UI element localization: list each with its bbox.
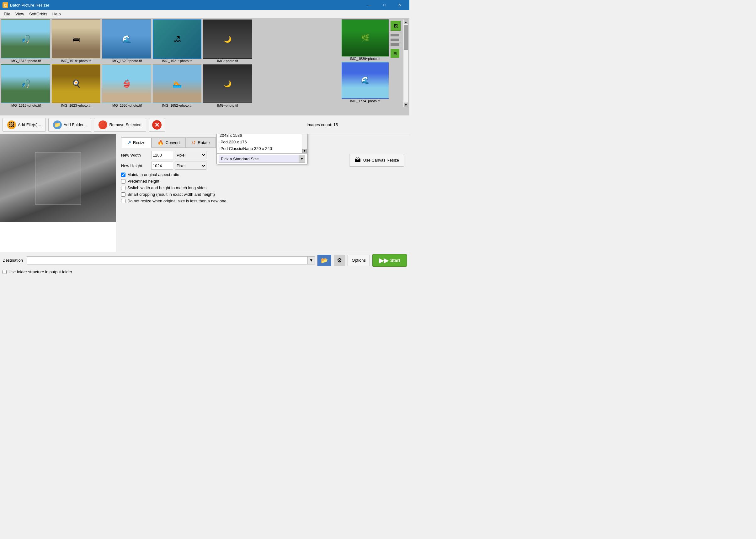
smart-crop-label: Smart cropping (result in exact width an… (127, 192, 215, 197)
thumb-label: IMG_1521~photo.tif (162, 59, 192, 63)
height-unit-select[interactable]: Pixel Percent Inch cm (175, 162, 206, 170)
tab-convert[interactable]: 🔥 Convert (152, 137, 186, 148)
maintain-aspect-label: Maintain original aspect ratio (127, 172, 179, 177)
use-canvas-resize-button[interactable]: 🏔 Use Canvas Resize (349, 154, 404, 167)
scroll-down-button[interactable]: ▼ (404, 103, 408, 107)
maintain-aspect-checkbox[interactable] (121, 173, 125, 177)
destination-combo: ▼ (27, 256, 315, 265)
list-item[interactable]: 🍳 IMG_1623~photo.tif (52, 64, 100, 107)
thumbnail[interactable]: 👙 (102, 64, 151, 103)
predefined-height-checkbox[interactable] (121, 179, 125, 184)
gallery-area: 🎣 IMG_1615~photo.tif 🛏 IMG_1519~photo.ti… (0, 18, 410, 116)
dropdown-item[interactable]: iPod 220 x 176 (217, 139, 302, 145)
thumb-label: IMG_1539~photo.tif (350, 57, 381, 60)
donot-resize-row: Do not resize when original size is less… (121, 198, 404, 203)
list-item[interactable]: 🎣 IMG_1615~photo.tif (1, 20, 50, 63)
list-item[interactable]: 🌙 IMG~photo.tif (203, 64, 252, 107)
thumbnail[interactable]: 🌙 (203, 20, 252, 59)
destination-label: Destination (3, 258, 23, 263)
canvas-resize-label: Use Canvas Resize (363, 158, 399, 163)
thumbnail[interactable]: 🎣 (1, 64, 50, 103)
rotate-tab-label: Rotate (197, 140, 209, 145)
use-folder-structure-label: Use folder structure in output folder (9, 270, 72, 274)
options-button[interactable]: Options (347, 255, 370, 266)
new-width-label: New Width (121, 153, 149, 158)
scroll-thumb[interactable] (404, 25, 408, 50)
switch-sides-row: Switch width and height to match long si… (121, 186, 404, 190)
start-label: Start (390, 258, 400, 263)
thumb-label: IMG_1519~photo.tif (61, 59, 91, 63)
list-item[interactable]: 🎣 IMG_1615~photo.tif (1, 64, 50, 107)
smart-crop-checkbox[interactable] (121, 192, 125, 197)
remove-selected-button[interactable]: 🚫 Remove Selected (94, 118, 146, 132)
list-item[interactable]: 🛏 IMG_1519~photo.tif (52, 20, 100, 63)
list-item[interactable]: 🏊 IMG_1652~photo.tif (153, 64, 201, 107)
gallery-view-icon[interactable]: 🖼 (391, 21, 401, 31)
clear-button[interactable]: ✕ (149, 118, 165, 132)
thumbnail[interactable]: 🏊 (153, 64, 201, 103)
thumbnail[interactable]: 🛏 (52, 20, 100, 59)
tab-rotate[interactable]: ↺ Rotate (186, 137, 215, 148)
add-files-button[interactable]: 🖼 Add File(s)... (3, 118, 46, 132)
destination-dropdown-button[interactable]: ▼ (307, 256, 315, 265)
use-folder-structure-checkbox[interactable] (3, 270, 7, 274)
menu-help[interactable]: Help (50, 11, 63, 17)
thumbnail[interactable]: 🌙 (203, 64, 252, 103)
app-title: Batch Picture Resizer (10, 3, 362, 8)
list-item[interactable]: 🌊 IMG_1520~photo.tif (102, 20, 151, 63)
dropdown-footer: Pick a Standard Size ▼ (217, 153, 307, 164)
thumbnail[interactable]: 🍳 (52, 64, 100, 103)
thumbnail[interactable]: 🌿 (341, 20, 389, 56)
dropdown-item[interactable]: iPod Classic/Nano 320 x 240 (217, 145, 302, 152)
use-folder-structure-row: Use folder structure in output folder (0, 268, 410, 275)
destination-bar: Destination ▼ 📂 ⚙ Options ▶▶ Start (0, 252, 410, 268)
dropdown-footer-toggle[interactable]: ▼ (299, 155, 305, 163)
list-item[interactable]: 🌿 IMG_1539~photo.tif (341, 20, 389, 60)
close-button[interactable]: ✕ (392, 0, 407, 10)
maximize-button[interactable]: □ (377, 0, 392, 10)
destination-folder-button[interactable]: 📂 (318, 255, 331, 266)
gear-button[interactable]: ⚙ (334, 255, 345, 266)
list-item[interactable]: 🌊 IMG_1774~photo.tif (341, 62, 389, 103)
menu-view[interactable]: View (13, 11, 27, 17)
destination-input[interactable] (27, 256, 307, 265)
list-item[interactable]: 👙 IMG_1650~photo.tif (102, 64, 151, 107)
dropdown-item[interactable]: iPod Touch 480 x 320 (217, 152, 302, 153)
dropdown-scroll-down[interactable]: ▼ (302, 149, 307, 153)
thumbnail-selected[interactable]: 🏖 (153, 20, 201, 59)
predefined-height-row: Predefined height (121, 179, 404, 184)
add-folder-button[interactable]: 📁 Add Folder... (48, 118, 92, 132)
thumbnail[interactable]: 🎣 (1, 20, 50, 59)
donot-resize-checkbox[interactable] (121, 199, 125, 203)
thumb-label: IMG_1615~photo.tif (10, 104, 41, 107)
images-count: Images count: 15 (168, 122, 338, 127)
thumbnail[interactable]: 🌊 (341, 62, 389, 99)
list-item[interactable]: 🌙 IMG~photo.tif (203, 20, 252, 63)
options-label: Options (352, 258, 366, 263)
size-dropdown-panel: Pick a Standard Size [Screen Size] - 192… (216, 134, 307, 164)
main-content: 🎣 IMG_1615~photo.tif 🛏 IMG_1519~photo.ti… (0, 18, 410, 275)
width-unit-select[interactable]: Pixel Percent Inch cm (175, 151, 206, 159)
list-item[interactable]: 🏖 IMG_1521~photo.tif (153, 20, 201, 63)
new-width-input[interactable] (151, 151, 173, 159)
dropdown-item[interactable]: 2048 x 1536 (217, 134, 302, 139)
menu-file[interactable]: File (1, 11, 13, 17)
thumb-label: IMG~photo.tif (217, 59, 238, 63)
grid-view-icon[interactable]: ⊞ (391, 49, 399, 58)
window-controls: — □ ✕ (362, 0, 407, 10)
toolbar: 🖼 Add File(s)... 📁 Add Folder... 🚫 Remov… (0, 116, 410, 134)
add-folder-label: Add Folder... (64, 122, 87, 127)
switch-sides-checkbox[interactable] (121, 186, 125, 190)
start-button[interactable]: ▶▶ Start (372, 254, 407, 267)
dropdown-scrollbar[interactable]: ▲ ▼ (302, 134, 307, 153)
dropdown-list[interactable]: Pick a Standard Size [Screen Size] - 192… (217, 134, 302, 153)
thumb-label: IMG_1774~photo.tif (350, 99, 381, 103)
scroll-up-button[interactable]: ▲ (404, 20, 408, 24)
menu-softorbits[interactable]: SoftOrbits (27, 11, 50, 17)
tab-resize[interactable]: ↗ Resize (121, 137, 152, 148)
new-height-input[interactable] (151, 162, 173, 170)
switch-sides-label: Switch width and height to match long si… (127, 186, 206, 190)
titlebar: 🖼 Batch Picture Resizer — □ ✕ (0, 0, 410, 10)
minimize-button[interactable]: — (362, 0, 377, 10)
thumbnail[interactable]: 🌊 (102, 20, 151, 59)
